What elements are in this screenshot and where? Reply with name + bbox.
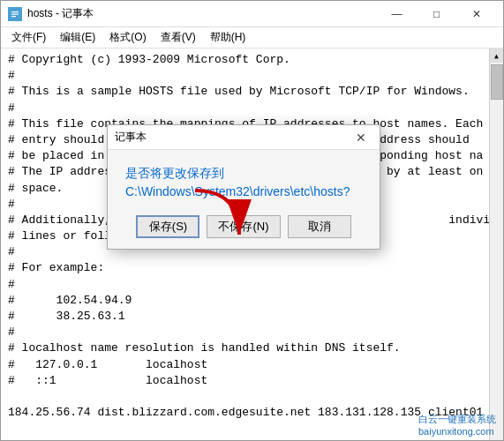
dialog-message: 是否将更改保存到 C:\Windows\System32\drivers\etc…	[125, 164, 362, 201]
save-button[interactable]: 保存(S)	[136, 215, 199, 238]
svg-rect-3	[11, 16, 16, 17]
notepad-window: hosts - 记事本 — □ ✕ 文件(F) 编辑(E) 格式(O) 查看(V…	[0, 0, 504, 441]
scrollbar-vertical[interactable]: ▲	[489, 49, 503, 440]
svg-rect-2	[11, 13, 19, 14]
minimize-button[interactable]: —	[377, 1, 417, 27]
dialog-buttons: 保存(S) 不保存(N) 取消	[125, 215, 362, 238]
dialog-message-text: 是否将更改保存到 C:\Windows\System32\drivers\etc…	[125, 166, 350, 198]
dialog-body: 是否将更改保存到 C:\Windows\System32\drivers\etc…	[108, 150, 380, 249]
dialog-close-button[interactable]: ✕	[350, 128, 372, 147]
close-button[interactable]: ✕	[456, 1, 496, 27]
menu-help[interactable]: 帮助(H)	[203, 28, 253, 47]
menu-format[interactable]: 格式(O)	[102, 28, 153, 47]
scroll-up-arrow[interactable]: ▲	[490, 49, 504, 63]
menu-file[interactable]: 文件(F)	[4, 28, 53, 47]
menu-view[interactable]: 查看(V)	[154, 28, 203, 47]
watermark-line2: baiyunxitong.com	[418, 426, 496, 437]
nosave-button[interactable]: 不保存(N)	[207, 215, 280, 238]
menu-edit[interactable]: 编辑(E)	[53, 28, 102, 47]
window-controls: — □ ✕	[377, 1, 496, 27]
app-icon	[8, 7, 22, 21]
maximize-button[interactable]: □	[417, 1, 456, 27]
title-bar: hosts - 记事本 — □ ✕	[1, 1, 503, 27]
menu-bar: 文件(F) 编辑(E) 格式(O) 查看(V) 帮助(H)	[1, 27, 503, 49]
dialog-title-bar: 记事本 ✕	[108, 125, 380, 150]
cancel-button[interactable]: 取消	[288, 215, 351, 238]
svg-rect-1	[11, 11, 19, 12]
save-dialog: 记事本 ✕ 是否将更改保存到 C:\Windows\System32\drive…	[107, 124, 380, 250]
watermark-line1: 白云一键重装系统	[418, 413, 496, 426]
dialog-title: 记事本	[115, 130, 350, 145]
window-title: hosts - 记事本	[27, 6, 377, 21]
watermark: 白云一键重装系统 baiyunxitong.com	[418, 413, 496, 437]
scroll-thumb[interactable]	[491, 64, 503, 100]
